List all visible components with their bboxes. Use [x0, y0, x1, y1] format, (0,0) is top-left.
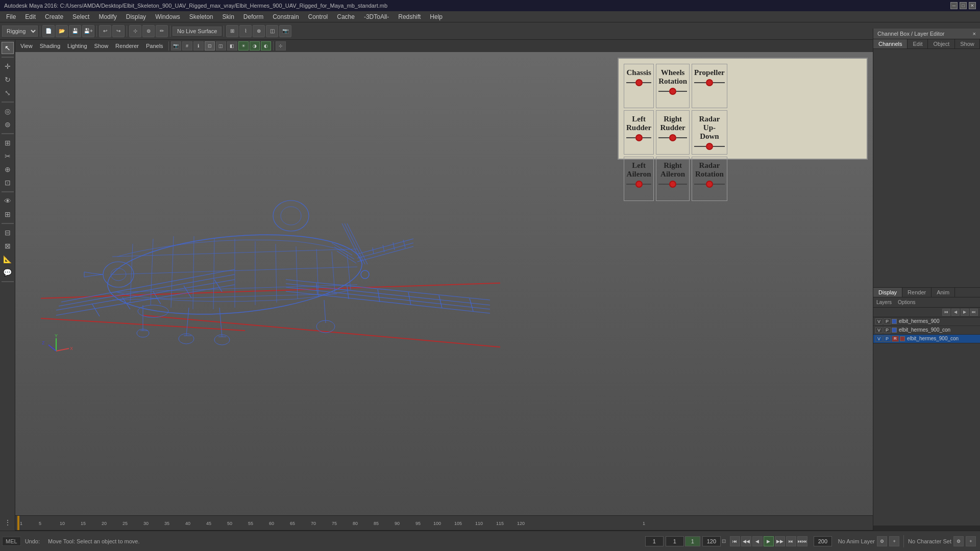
- grid-btn[interactable]: #: [182, 41, 192, 51]
- char-set-btn2[interactable]: +: [966, 536, 976, 546]
- anim-layer-btn[interactable]: ⚙: [877, 536, 887, 546]
- menu-edit[interactable]: Edit: [21, 12, 40, 21]
- menu-create[interactable]: Create: [41, 12, 67, 21]
- radar-updown-handle[interactable]: [706, 143, 713, 150]
- tab-object[interactable]: Object: [928, 39, 955, 48]
- playback-end-input[interactable]: [814, 536, 832, 546]
- wheels-rotation-slider[interactable]: [658, 88, 687, 95]
- lighting-menu[interactable]: Lighting: [64, 42, 90, 50]
- layer-p-1[interactable]: P: [884, 318, 891, 324]
- maximize-btn[interactable]: □: [960, 2, 967, 9]
- anim-layer-btn2[interactable]: +: [889, 536, 899, 546]
- snap-grid-btn[interactable]: ⊞: [226, 25, 238, 37]
- multi-cut[interactable]: ✂: [2, 150, 14, 162]
- timeline-track[interactable]: 1 5 10 15 20 25 30 35 40 45 50 55 60 65 …: [17, 516, 871, 530]
- show-menu[interactable]: Show: [91, 42, 112, 50]
- menu-3dtoall[interactable]: -3DToAll-: [360, 12, 393, 21]
- next-key-btn[interactable]: ⏭: [786, 536, 796, 546]
- redo-btn[interactable]: ↪: [112, 25, 125, 37]
- radar-rotation-slider[interactable]: [694, 181, 725, 188]
- scale-tool[interactable]: ⤡: [2, 87, 14, 99]
- rotate-tool[interactable]: ↻: [2, 73, 14, 86]
- menu-windows[interactable]: Windows: [151, 12, 184, 21]
- artisan[interactable]: ⊚: [2, 118, 14, 131]
- menu-help[interactable]: Help: [426, 12, 447, 21]
- menu-display[interactable]: Display: [122, 12, 150, 21]
- component-edit[interactable]: ⊞: [2, 137, 14, 149]
- annotate-tool[interactable]: 💬: [2, 266, 14, 279]
- layer-p-3[interactable]: P: [884, 336, 891, 342]
- light-btn[interactable]: ☀: [238, 41, 249, 51]
- layer-v-1[interactable]: V: [875, 318, 883, 324]
- camera-btn[interactable]: 📷: [279, 25, 291, 37]
- layer-nav-next[interactable]: ▶: [961, 309, 969, 316]
- layer-row-2[interactable]: V P elbit_hermes_900_con: [873, 326, 980, 335]
- mel-button[interactable]: MEL: [2, 537, 21, 546]
- go-end-btn[interactable]: ⏭⏭: [797, 536, 807, 546]
- right-aileron-slider[interactable]: [658, 181, 687, 188]
- menu-control[interactable]: Control: [304, 12, 332, 21]
- tab-edit[interactable]: Edit: [908, 39, 928, 48]
- radar-updown-slider[interactable]: [694, 143, 725, 150]
- menu-deform[interactable]: Deform: [239, 12, 267, 21]
- cam-btn[interactable]: 📷: [171, 41, 181, 51]
- shading-menu[interactable]: Shading: [37, 42, 63, 50]
- left-aileron-handle[interactable]: [635, 181, 643, 188]
- layer-nav-first[interactable]: ⏮: [942, 309, 950, 316]
- renderer-menu[interactable]: Renderer: [112, 42, 142, 50]
- propeller-slider[interactable]: [694, 79, 725, 86]
- right-rudder-slider[interactable]: [658, 134, 687, 141]
- right-scrollbar[interactable]: [873, 525, 980, 531]
- snap-together[interactable]: ⊠: [2, 240, 14, 252]
- char-set-btn1[interactable]: ⚙: [953, 536, 964, 546]
- hud-btn[interactable]: ℹ: [193, 41, 204, 51]
- tab-channels[interactable]: Channels: [873, 39, 908, 48]
- layers-menu[interactable]: Layers: [873, 298, 895, 306]
- chassis-slider[interactable]: [626, 79, 651, 86]
- menu-constrain[interactable]: Constrain: [268, 12, 303, 21]
- menu-select[interactable]: Select: [68, 12, 93, 21]
- radar-rotation-handle[interactable]: [706, 181, 713, 188]
- snap-point-btn[interactable]: ⊕: [253, 25, 265, 37]
- frame-key-input[interactable]: [685, 536, 700, 546]
- select-tool[interactable]: ↖: [2, 42, 14, 54]
- menu-cache[interactable]: Cache: [333, 12, 359, 21]
- snap-view-btn[interactable]: ◫: [266, 25, 278, 37]
- layer-p-2[interactable]: P: [884, 327, 891, 333]
- options-menu[interactable]: Options: [895, 298, 918, 306]
- layer-nav-last[interactable]: ⏭: [970, 309, 978, 316]
- iso-btn[interactable]: ⊹: [276, 41, 286, 51]
- left-rudder-handle[interactable]: [635, 134, 643, 141]
- show-hide[interactable]: 👁: [2, 195, 14, 207]
- layer-row-1[interactable]: V P elbit_hermes_900: [873, 317, 980, 326]
- smooth-btn[interactable]: ◫: [216, 41, 226, 51]
- group-tools[interactable]: ⊞: [2, 208, 14, 220]
- frame-range-end[interactable]: [702, 536, 721, 546]
- channel-box-close[interactable]: ×: [973, 31, 976, 37]
- layer-row-3[interactable]: V P R elbit_hermes_900_con: [873, 335, 980, 343]
- menu-skeleton[interactable]: Skeleton: [185, 12, 217, 21]
- new-btn[interactable]: 📄: [42, 25, 55, 37]
- save-btn[interactable]: 💾: [69, 25, 81, 37]
- next-frame-btn[interactable]: ▶▶: [775, 536, 785, 546]
- layer-v-3[interactable]: V: [875, 336, 883, 342]
- connect-tool[interactable]: ⊕: [2, 163, 14, 176]
- right-rudder-handle[interactable]: [669, 134, 676, 141]
- wireframe-btn[interactable]: ⊡: [205, 41, 215, 51]
- shadow-btn[interactable]: ◑: [250, 41, 260, 51]
- layer-v-2[interactable]: V: [875, 327, 883, 333]
- measure-tool[interactable]: 📐: [2, 253, 14, 265]
- frame-current-input[interactable]: [666, 536, 684, 546]
- play-fwd-btn[interactable]: ▶: [764, 536, 774, 546]
- layer-nav-prev[interactable]: ◀: [951, 309, 960, 316]
- paint-btn[interactable]: ✏: [156, 25, 168, 37]
- open-btn[interactable]: 📂: [56, 25, 68, 37]
- layer-tab-anim[interactable]: Anim: [932, 288, 955, 297]
- no-live-surface-btn[interactable]: No Live Surface: [173, 27, 222, 36]
- chassis-handle[interactable]: [635, 79, 643, 86]
- menu-modify[interactable]: Modify: [94, 12, 120, 21]
- quick-layout[interactable]: ⊟: [2, 227, 14, 239]
- left-aileron-slider[interactable]: [626, 181, 651, 188]
- snap-curve-btn[interactable]: ⌇: [239, 25, 252, 37]
- left-rudder-slider[interactable]: [626, 134, 651, 141]
